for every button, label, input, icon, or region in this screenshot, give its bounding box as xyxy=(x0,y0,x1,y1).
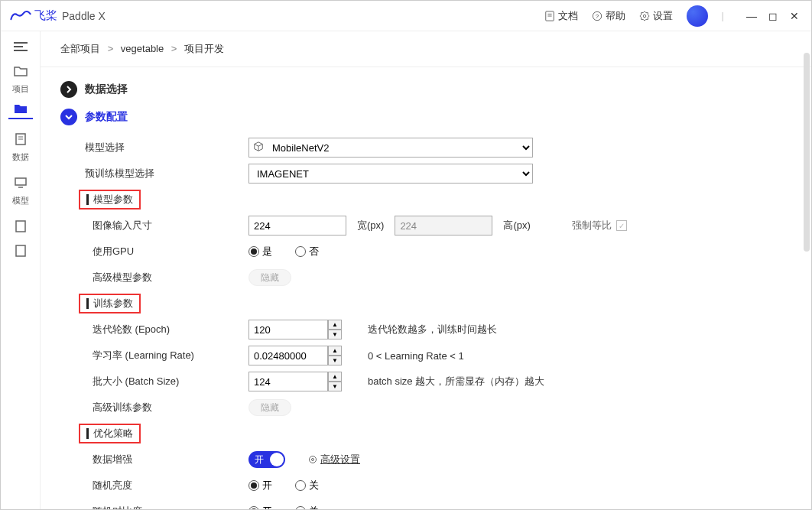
gpu-yes-radio[interactable]: 是 xyxy=(248,245,272,258)
train-params-heading: 训练参数 xyxy=(79,294,141,313)
input-width-field[interactable] xyxy=(248,216,346,236)
adv-train-label: 高级训练参数 xyxy=(82,401,248,414)
lr-down[interactable]: ▼ xyxy=(328,356,342,365)
adv-model-toggle[interactable]: 隐藏 xyxy=(248,269,291,286)
input-height-field xyxy=(395,216,492,236)
pretrain-label: 预训练模型选择 xyxy=(82,167,248,180)
sidebar-item-data-label: 数据 xyxy=(12,151,29,163)
menu-icon xyxy=(14,41,28,52)
titlebar: 飞桨 Paddle X 文档 ? 帮助 设置 | — ◻ ✕ xyxy=(1,1,811,31)
svg-point-6 xyxy=(643,15,646,18)
breadcrumb-stage: 项目开发 xyxy=(184,43,224,54)
main: 全部项目 > vegetable > 项目开发 数据选择 参数配置 模 xyxy=(41,31,811,509)
force-ratio-checkbox[interactable]: 强制等比 ✓ xyxy=(572,219,627,232)
gear-small-icon xyxy=(308,455,317,464)
help-link[interactable]: ? 帮助 xyxy=(592,9,625,23)
contrast-off-radio[interactable]: 关 xyxy=(295,505,319,509)
svg-rect-15 xyxy=(16,221,25,232)
sidebar-item-extra2[interactable] xyxy=(1,239,41,261)
contrast-label: 随机对比度 xyxy=(82,505,248,509)
section-param-config[interactable]: 参数配置 xyxy=(60,109,791,125)
file3-icon xyxy=(14,245,28,257)
minimize-button[interactable]: — xyxy=(744,8,759,24)
svg-rect-13 xyxy=(15,178,26,185)
epoch-stepper[interactable]: ▲▼ xyxy=(248,320,342,339)
use-gpu-label: 使用GPU xyxy=(82,245,248,258)
sidebar-toggle[interactable] xyxy=(5,36,36,57)
aug-toggle[interactable]: 开 xyxy=(248,451,285,468)
sidebar-item-project-label: 项目 xyxy=(12,83,29,95)
lr-label: 学习率 (Learning Rate) xyxy=(82,349,248,362)
batch-up[interactable]: ▲ xyxy=(328,372,342,382)
brightness-on-radio[interactable]: 开 xyxy=(248,479,272,492)
adv-settings-link[interactable]: 高级设置 xyxy=(308,453,360,466)
check-icon: ✓ xyxy=(616,220,627,231)
svg-rect-16 xyxy=(16,245,25,256)
file-icon xyxy=(14,133,28,145)
epoch-up[interactable]: ▲ xyxy=(328,320,342,330)
epoch-down[interactable]: ▼ xyxy=(328,330,342,339)
scrollbar[interactable] xyxy=(802,34,810,506)
sidebar-item-project-active[interactable] xyxy=(1,96,41,119)
gpu-no-radio[interactable]: 否 xyxy=(295,245,319,258)
contrast-on-radio[interactable]: 开 xyxy=(248,505,272,509)
section-data-select[interactable]: 数据选择 xyxy=(60,81,791,98)
close-button[interactable]: ✕ xyxy=(787,8,802,24)
batch-label: 批大小 (Batch Size) xyxy=(82,375,248,388)
model-select[interactable]: MobileNetV2 xyxy=(248,138,533,158)
lr-input[interactable] xyxy=(248,346,328,365)
docs-link[interactable]: 文档 xyxy=(544,9,578,23)
brand-cn: 飞桨 xyxy=(34,8,57,23)
gear-icon xyxy=(639,11,650,21)
lr-up[interactable]: ▲ xyxy=(328,346,342,356)
breadcrumb: 全部项目 > vegetable > 项目开发 xyxy=(41,31,811,67)
chevron-down-icon xyxy=(60,109,77,125)
avatar[interactable] xyxy=(687,5,708,27)
sidebar: 项目 数据 模型 xyxy=(1,31,41,509)
svg-point-17 xyxy=(310,456,317,463)
doc-icon xyxy=(544,11,555,21)
adv-model-label: 高级模型参数 xyxy=(82,271,248,284)
svg-point-18 xyxy=(312,459,314,461)
separator: | xyxy=(722,10,724,21)
pretrain-select[interactable]: IMAGENET xyxy=(248,164,533,184)
epoch-input[interactable] xyxy=(248,320,328,339)
svg-marker-5 xyxy=(639,11,648,20)
sidebar-item-project-icon[interactable] xyxy=(1,59,41,82)
help-icon: ? xyxy=(592,11,603,21)
model-select-label: 模型选择 xyxy=(82,141,248,154)
sidebar-item-model-icon[interactable] xyxy=(1,171,41,193)
lr-stepper[interactable]: ▲▼ xyxy=(248,346,342,365)
batch-stepper[interactable]: ▲▼ xyxy=(248,372,342,391)
sidebar-item-extra1[interactable] xyxy=(1,214,41,237)
file2-icon xyxy=(14,220,28,232)
adv-train-toggle[interactable]: 隐藏 xyxy=(248,399,291,416)
opt-heading: 优化策略 xyxy=(79,424,141,443)
batch-hint: batch size 越大，所需显存（内存）越大 xyxy=(368,375,544,388)
scrollbar-thumb[interactable] xyxy=(804,53,810,252)
batch-input[interactable] xyxy=(248,372,328,391)
brand-en: Paddle X xyxy=(62,10,106,22)
width-unit: 宽(px) xyxy=(357,219,384,232)
folder-icon xyxy=(14,65,28,77)
folder-filled-icon xyxy=(14,102,28,115)
aug-label: 数据增强 xyxy=(82,453,248,466)
height-unit: 高(px) xyxy=(503,219,530,232)
logo: 飞桨 Paddle X xyxy=(10,8,106,24)
epoch-label: 迭代轮数 (Epoch) xyxy=(82,323,248,336)
brightness-off-radio[interactable]: 关 xyxy=(295,479,319,492)
lr-hint: 0 < Learning Rate < 1 xyxy=(368,350,464,362)
brightness-label: 随机亮度 xyxy=(82,479,248,492)
breadcrumb-project[interactable]: vegetable xyxy=(121,43,164,54)
breadcrumb-root[interactable]: 全部项目 xyxy=(60,43,100,54)
settings-link[interactable]: 设置 xyxy=(639,9,673,23)
chevron-right-icon xyxy=(60,81,77,98)
svg-text:?: ? xyxy=(595,12,599,19)
sidebar-item-model-label: 模型 xyxy=(12,195,29,206)
epoch-hint: 迭代轮数越多，训练时间越长 xyxy=(368,323,497,336)
sidebar-item-data-icon[interactable] xyxy=(1,127,41,150)
model-params-heading: 模型参数 xyxy=(79,190,141,210)
paddle-logo-icon xyxy=(10,8,31,24)
maximize-button[interactable]: ◻ xyxy=(765,8,781,24)
batch-down[interactable]: ▼ xyxy=(328,382,342,391)
